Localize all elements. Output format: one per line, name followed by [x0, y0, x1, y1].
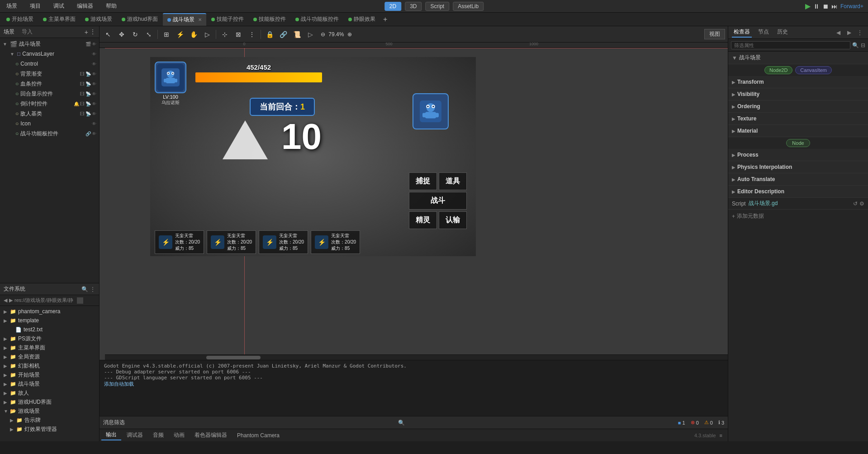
section-header-auto-translate[interactable]: ▶ Auto Translate	[728, 173, 868, 185]
snap-tool[interactable]: ⊠	[232, 29, 244, 40]
pivot-tool[interactable]: ⊞	[161, 29, 172, 40]
inspector-tab-inspector[interactable]: 检查器	[732, 27, 752, 38]
insp-prev-icon[interactable]: ◀	[834, 28, 843, 37]
tree-node-battle-scene[interactable]: ▼ 🎬 战斗场景 🎬 👁	[0, 39, 99, 49]
fs-item-global-res[interactable]: ▶ 📁 全局资源	[0, 352, 99, 361]
mode-assetlib[interactable]: AssetLib	[453, 2, 484, 11]
scene-options-button[interactable]: ⋮	[90, 29, 95, 36]
menu-help[interactable]: 帮助	[103, 1, 119, 11]
fs-item-template[interactable]: ▶ 📁 template	[0, 316, 99, 325]
fs-item-main-menu[interactable]: ▶ 📁 主菜单界面	[0, 343, 99, 352]
pan-tool[interactable]: ✋	[188, 29, 199, 40]
fs-item-test2[interactable]: 📄 test2.txt	[0, 325, 99, 334]
rotate-tool[interactable]: ↻	[129, 29, 141, 40]
section-header-texture[interactable]: ▶ Texture	[728, 113, 868, 124]
move-tool[interactable]: ✥	[116, 29, 128, 40]
add-tab-button[interactable]: +	[380, 15, 390, 24]
tab-start-scene[interactable]: 开始场景	[2, 13, 38, 26]
more-tool[interactable]: ⋮	[246, 29, 258, 40]
stop-button[interactable]: ⏹	[822, 3, 829, 10]
console-tab-debugger[interactable]: 调试器	[122, 430, 147, 440]
tree-node-round-display[interactable]: ○ 回合显示控件 🎞 📡 👁	[0, 89, 99, 99]
tab-battle[interactable]: 战斗场景 ✕	[163, 13, 206, 26]
skill-item-1[interactable]: ⚡ 无妄天雷 次数：20/20 威力：85	[155, 230, 204, 254]
tree-node-countdown[interactable]: ○ 倒计时控件 🔔 🎞 📡 👁	[0, 99, 99, 109]
lock-tool[interactable]: 🔒	[264, 29, 275, 40]
filter-search-icon[interactable]: 🔍	[852, 42, 859, 48]
add-node-button[interactable]: +	[85, 29, 88, 36]
tree-node-bg[interactable]: ○ 背景渐变 🎞 📡 👁	[0, 69, 99, 79]
fs-nav-forward[interactable]: ▶	[9, 297, 13, 303]
skill-item-4[interactable]: ⚡ 无妄天雷 次数：20/20 威力：85	[311, 230, 360, 254]
view-button[interactable]: 视图	[704, 29, 725, 39]
skill-item-2[interactable]: ⚡ 无妄天雷 次数：20/20 威力：85	[207, 230, 256, 254]
console-tab-output[interactable]: 输出	[101, 430, 121, 440]
zoom-plus-icon[interactable]: ⊕	[347, 31, 352, 38]
console-tab-audio[interactable]: 音频	[148, 430, 168, 440]
script-gear-icon[interactable]: ⚙	[859, 201, 864, 207]
tab-game-scene[interactable]: 游戏场景	[81, 13, 117, 26]
link-tool[interactable]: 🔗	[277, 29, 289, 40]
menu-debug[interactable]: 调试	[51, 1, 67, 11]
scene-dropdown-arrow[interactable]: ▼	[732, 55, 737, 61]
action-surrender[interactable]: 认输	[439, 211, 467, 229]
insp-next-icon[interactable]: ▶	[844, 28, 854, 37]
section-header-transform[interactable]: ▶ Transform	[728, 76, 868, 88]
play-button[interactable]: ▶	[805, 2, 811, 10]
action-battle[interactable]: 战斗	[409, 192, 467, 210]
tab-skill-board[interactable]: 技能板控件	[249, 13, 290, 26]
console-tab-phantom[interactable]: Phantom Camera	[232, 431, 284, 440]
fs-item-game-scene[interactable]: ▼ 📂 游戏场景	[0, 406, 99, 416]
console-tab-animation[interactable]: 动画	[169, 430, 189, 440]
fs-item-sign-board[interactable]: ▶ 📁 告示牌	[0, 416, 99, 425]
skill-item-3[interactable]: ⚡ 无妄天雷 次数：20/20 威力：85	[259, 230, 308, 254]
tab-effect[interactable]: 静眼效果	[344, 13, 380, 26]
scrollbar-thumb[interactable]	[206, 356, 261, 359]
fs-options-button[interactable]: ⋮	[90, 286, 95, 292]
crop-tool[interactable]: ▷	[201, 29, 213, 40]
script-file-name[interactable]: 战斗场景.gd	[749, 200, 850, 207]
fs-nav-back[interactable]: ◀	[4, 297, 7, 303]
section-header-process[interactable]: ▶ Process	[728, 149, 868, 161]
viewport[interactable]: 0 500 1000	[100, 43, 728, 360]
mode-3d[interactable]: 3D	[405, 2, 422, 11]
section-header-physics-interp[interactable]: ▶ Physics Interpolation	[728, 161, 868, 173]
tree-node-icon[interactable]: ○ Icon 👁	[0, 119, 99, 129]
fs-search-button[interactable]: 🔍	[81, 286, 88, 292]
zoom-minus-icon[interactable]: ⊖	[321, 31, 325, 38]
add-metadata-row[interactable]: + 添加元数据	[728, 210, 868, 223]
import-label[interactable]: 导入	[22, 28, 33, 36]
select-tool[interactable]: ↖	[102, 29, 114, 40]
tree-node-canvas-layer[interactable]: ▼ □ CanvasLayer 👁	[0, 49, 99, 59]
tab-main-menu[interactable]: 主菜单界面	[38, 13, 80, 26]
tab-skill-sub[interactable]: 技能子控件	[207, 13, 248, 26]
fs-item-phantom-cam[interactable]: ▶ 📁 幻影相机	[0, 361, 99, 370]
fs-item-enemy[interactable]: ▶ 📁 故人	[0, 388, 99, 397]
fs-item-battle-scene[interactable]: ▶ 📁 战斗场景	[0, 379, 99, 388]
script-tool[interactable]: 📜	[291, 29, 303, 40]
scale-tool[interactable]: ⤡	[143, 29, 155, 40]
menu-scene[interactable]: 场景	[4, 1, 20, 11]
script-refresh-icon[interactable]: ↺	[853, 201, 858, 207]
inspector-filter-input[interactable]	[731, 41, 850, 49]
filter-options-icon[interactable]: ⊟	[861, 42, 865, 48]
section-header-visibility[interactable]: ▶ Visibility	[728, 88, 868, 100]
run-tool[interactable]: ▷	[304, 29, 316, 40]
tree-node-enemy[interactable]: ○ 敌人基类 🎞 📡 👁	[0, 109, 99, 119]
bone-tool[interactable]: ⚡	[174, 29, 186, 40]
action-spirit[interactable]: 精灵	[409, 211, 437, 229]
tab-hud[interactable]: 游戏hud界面	[117, 13, 162, 26]
action-item[interactable]: 道具	[439, 172, 467, 190]
console-search-icon[interactable]: 🔍	[398, 420, 405, 426]
fs-item-hud[interactable]: ▶ 📁 游戏HUD界面	[0, 397, 99, 406]
inspector-tab-nodes[interactable]: 节点	[756, 27, 771, 38]
action-capture[interactable]: 捕捉	[409, 172, 437, 190]
mode-script[interactable]: Script	[425, 2, 449, 11]
fs-item-phantom-camera[interactable]: ▶ 📁 phantom_camera	[0, 307, 99, 316]
section-header-editor-desc[interactable]: ▶ Editor Description	[728, 186, 868, 197]
tree-node-battle-func[interactable]: ○ 战斗功能板控件 🔗 👁	[0, 129, 99, 139]
close-tab-icon[interactable]: ✕	[198, 17, 202, 22]
tab-battle-func[interactable]: 战斗功能板控件	[291, 13, 343, 26]
tree-node-hp-bar[interactable]: ○ 血条控件 🎞 📡 👁	[0, 79, 99, 89]
section-header-ordering[interactable]: ▶ Ordering	[728, 100, 868, 112]
